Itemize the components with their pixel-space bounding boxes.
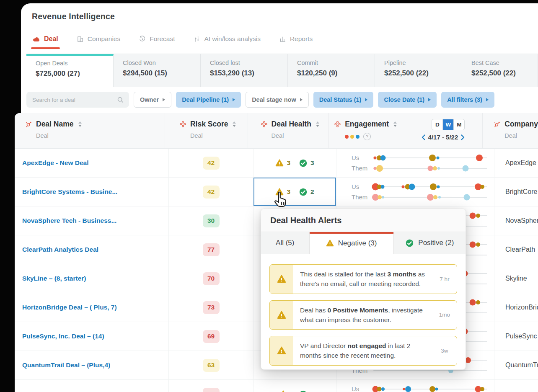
column-header-company[interactable]: Company Deal [483, 113, 538, 148]
engagement-timeline-them [373, 197, 487, 198]
check-icon [299, 188, 308, 196]
summary-card-label: Closed lost [210, 59, 287, 66]
alert-card[interactable]: Deal has 0 Positive Moments, investigate… [269, 300, 457, 330]
deal-name-link[interactable]: PulseSync, Inc. Deal – (14) [22, 333, 104, 340]
chevron-right-icon[interactable] [461, 134, 465, 140]
summary-card-label: Pipeline [384, 59, 462, 66]
positive-alert-count: 3 [299, 159, 314, 168]
summary-card-label: Best Case [471, 59, 538, 66]
alert-message: This deal is stalled for the last 3 mont… [293, 265, 432, 294]
search-input[interactable] [31, 96, 117, 103]
filter-button[interactable]: All filters (3) [441, 92, 494, 108]
alert-card[interactable]: VP and Director not engaged in last 2 mo… [269, 336, 457, 366]
tab-ai-winloss[interactable]: AI win/loss analysis [194, 35, 261, 43]
popup-tabs: All (5) Negative (3) Positive (2) [261, 232, 466, 254]
filter-button[interactable]: Owner [134, 92, 171, 108]
tab-positive-alerts[interactable]: Positive (2) [394, 232, 466, 254]
summary-card-value: $153,290 (13) [210, 69, 287, 77]
engagement-timeline-us [373, 157, 487, 158]
help-icon[interactable]: ? [363, 133, 371, 140]
tab-negative-alerts[interactable]: Negative (3) [310, 232, 394, 254]
period-day-button[interactable]: D [432, 119, 442, 130]
summary-card[interactable]: Best Case $252,500 (22) [462, 54, 538, 87]
period-week-button[interactable]: W [442, 119, 453, 130]
negative-alert-count: 3 [275, 188, 290, 196]
date-range-nav: 4/17 - 5/22 [422, 134, 465, 141]
tab-companies[interactable]: Companies [77, 35, 120, 43]
them-label: Them [352, 193, 373, 201]
caret-icon [365, 98, 367, 101]
risk-score-badge: 63 [203, 359, 220, 372]
sort-control[interactable] [316, 121, 319, 127]
summary-card[interactable]: Closed lost $153,290 (13) [201, 54, 288, 87]
company-name: BrightCore [505, 188, 537, 196]
reports-icon [279, 36, 286, 43]
filter-button[interactable]: Deal stage now [246, 92, 309, 108]
company-name: HorizonBridge [505, 304, 538, 311]
tab-all-alerts[interactable]: All (5) [261, 232, 310, 254]
summary-card[interactable]: Pipeline $252,500 (22) [375, 54, 462, 87]
alert-timestamp: 1mo [432, 301, 457, 330]
date-range-label: 4/17 - 5/22 [428, 134, 458, 141]
deal-health-cell[interactable] [253, 380, 336, 392]
period-month-button[interactable]: M [453, 119, 464, 130]
check-icon [299, 159, 308, 168]
warning-icon [326, 239, 334, 247]
risk-score-badge: 70 [203, 272, 220, 285]
deal-health-cell[interactable]: 3 2 [253, 178, 336, 206]
summary-card-value: $252,500 (22) [384, 69, 462, 77]
engagement-cell: Us Them [336, 380, 494, 392]
filter-button[interactable]: Deal Pipeline (1) [176, 92, 241, 108]
negative-alert-count [279, 390, 290, 392]
summary-card-value: $294,500 (15) [123, 69, 200, 77]
chevron-left-icon[interactable] [422, 134, 425, 140]
filter-button[interactable]: Deal Status (1) [313, 92, 374, 108]
column-header-deal-health[interactable]: Deal Health Deal [248, 113, 329, 148]
summary-cards: Open Deals $725,000 (27) Closed Won $294… [26, 54, 538, 87]
warning-icon [270, 336, 293, 365]
column-header-deal-name[interactable]: Deal Name Deal [15, 113, 165, 148]
property-icon [179, 121, 186, 128]
legend-dot-blue [356, 135, 360, 139]
filter-button[interactable]: Close Date (1) [378, 92, 437, 108]
property-icon [334, 121, 341, 128]
deal-name-link[interactable]: ClearPath Analytics Deal [22, 246, 98, 253]
tab-forecast[interactable]: Forecast [139, 35, 175, 43]
caret-icon [300, 98, 303, 101]
sort-control[interactable] [393, 121, 397, 127]
hubspot-icon [25, 121, 32, 128]
alert-timestamp: 3w [432, 336, 457, 365]
summary-card[interactable]: Commit $120,250 (9) [288, 54, 375, 87]
risk-score-badge: 69 [203, 330, 220, 343]
engagement-timeline-them [373, 370, 487, 371]
column-header-risk-score[interactable]: Risk Score Deal [165, 113, 248, 148]
deal-name-link[interactable]: ApexEdge - New Deal [22, 159, 89, 167]
tab-deal[interactable]: Deal [33, 35, 58, 43]
deal-name-link[interactable]: SkyLine – (8, starter) [22, 275, 86, 282]
summary-card[interactable]: Open Deals $725,000 (27) [26, 54, 114, 87]
summary-card-label: Commit [297, 59, 375, 66]
risk-score-badge: 73 [203, 301, 220, 314]
sort-control[interactable] [233, 121, 236, 127]
summary-card-label: Open Deals [36, 60, 113, 67]
table-row: BrightCore Systems - Busine... 42 3 [15, 178, 538, 206]
summary-card[interactable]: Closed Won $294,500 (15) [114, 54, 201, 87]
deal-name-link[interactable]: QuantumTrail Deal – (Plus,4) [22, 361, 110, 369]
table-header: Deal Name Deal Risk Score Deal Deal Heal… [15, 113, 538, 149]
engagement-legend: ? [345, 133, 397, 140]
warning-icon [275, 159, 284, 167]
deal-name-link[interactable]: BrightCore Systems - Busine... [22, 188, 117, 196]
alert-card[interactable]: This deal is stalled for the last 3 mont… [269, 264, 457, 294]
tab-reports[interactable]: Reports [279, 35, 313, 43]
sort-control[interactable] [78, 121, 82, 127]
deal-name-link[interactable]: NovaSphere Tech - Business... [22, 217, 116, 224]
deal-name-link[interactable]: HorizonBridge Deal – ( Plus, 7) [22, 304, 117, 311]
period-toggle: D W M [432, 119, 465, 130]
deal-health-cell[interactable]: 3 3 [253, 149, 336, 177]
caret-icon [486, 98, 489, 101]
column-header-engagement[interactable]: Engagement ? D W M [329, 113, 483, 148]
warning-icon [270, 265, 293, 294]
table-row: ApexEdge - New Deal 42 3 [15, 149, 538, 178]
app-panel: Revenue Intelligence Deal Companies Fore… [21, 3, 538, 113]
alert-message: Deal has 0 Positive Moments, investigate… [293, 301, 432, 330]
